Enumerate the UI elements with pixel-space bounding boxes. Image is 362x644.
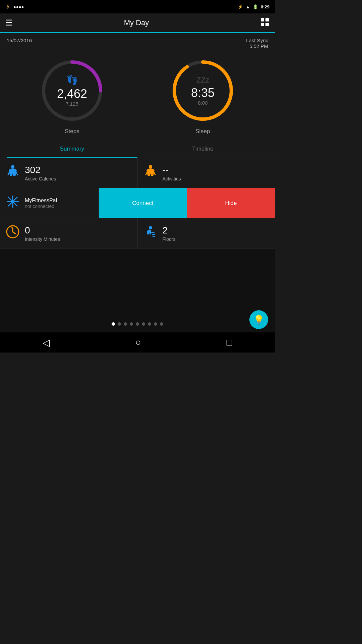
- myfitnesspal-row: MyFitnessPal not connected Connect Hide: [0, 188, 275, 218]
- steps-goal: 7,125: [66, 101, 78, 107]
- floors-label: Floors: [163, 236, 176, 242]
- myfitnesspal-cell: MyFitnessPal not connected: [0, 188, 99, 218]
- sleep-label: Sleep: [195, 128, 210, 135]
- tabs-row: Summary Timeline: [0, 141, 275, 158]
- svg-rect-1: [265, 18, 269, 21]
- page-title: My Day: [124, 18, 149, 27]
- steps-value: 2,462: [57, 87, 87, 101]
- floors-info: 2 Floors: [163, 225, 176, 242]
- active-calories-cell: 302 Active Calories: [0, 158, 138, 188]
- intensity-icon: [5, 224, 20, 242]
- myfitnesspal-icon: [5, 194, 20, 212]
- svg-rect-22: [153, 236, 155, 237]
- svg-line-16: [13, 232, 15, 234]
- date: 15/07/2016: [7, 38, 32, 49]
- activities-value: --: [163, 165, 181, 175]
- back-button[interactable]: ◁: [43, 337, 50, 348]
- connect-button[interactable]: Connect: [99, 188, 187, 218]
- data-section: 302 Active Calories -- Activities: [0, 158, 275, 249]
- sync-label: Last Sync: [246, 38, 268, 43]
- bottom-spacer: [0, 249, 275, 316]
- fab-button[interactable]: 💡: [249, 310, 268, 329]
- page-dot-8[interactable]: [160, 322, 163, 326]
- grid-icon: [260, 17, 269, 27]
- wifi-icon: ▲: [246, 4, 250, 9]
- steps-circle-container: 👣 2,462 7,125 Steps: [39, 57, 106, 135]
- page-dot-5[interactable]: [142, 322, 145, 326]
- nav-bar: ◁ ○ □: [0, 332, 275, 353]
- activities-cell: -- Activities: [138, 158, 275, 188]
- status-right: ⚡ ▲ 🔋 6:29: [238, 4, 269, 9]
- intensity-label: Intensity Minutes: [25, 236, 60, 242]
- home-button[interactable]: ○: [135, 337, 141, 348]
- sleep-circle-container: ZZz 8:35 8:00 Sleep: [169, 57, 236, 135]
- activities-label: Activities: [163, 176, 181, 181]
- circles-section: 👣 2,462 7,125 Steps ZZz 8:35 8:00 Sleep: [0, 50, 275, 138]
- date-sync-row: 15/07/2016 Last Sync 5:52 PM: [0, 33, 275, 50]
- svg-rect-0: [261, 18, 264, 21]
- sleep-value: 8:35: [191, 86, 215, 100]
- menu-button[interactable]: ☰: [5, 18, 13, 28]
- lightbulb-icon: 💡: [253, 315, 264, 325]
- svg-point-9: [149, 165, 152, 168]
- hamburger-icon: ☰: [5, 18, 13, 27]
- floors-cell: 2 Floors: [138, 218, 275, 248]
- sleep-goal: 8:00: [198, 100, 207, 106]
- floors-value: 2: [163, 225, 176, 236]
- calories-activities-row: 302 Active Calories -- Activities: [0, 158, 275, 188]
- steps-inner: 👣 2,462 7,125: [39, 57, 106, 124]
- page-dot-2[interactable]: [124, 322, 127, 326]
- sync-info: Last Sync 5:52 PM: [246, 38, 268, 49]
- page-dot-0[interactable]: [112, 322, 115, 326]
- myfitnesspal-name: MyFitnessPal: [25, 198, 57, 204]
- svg-point-19: [149, 226, 152, 229]
- svg-rect-20: [151, 232, 155, 233]
- recent-button[interactable]: □: [227, 337, 232, 348]
- intensity-value: 0: [25, 225, 60, 236]
- intensity-floors-row: 0 Intensity Minutes 2 Floors: [0, 218, 275, 249]
- sleep-icon: ZZz: [196, 76, 209, 85]
- bluetooth-icon: ⚡: [238, 4, 243, 9]
- status-left: 🏃 ●●●●: [5, 4, 24, 9]
- hide-button[interactable]: Hide: [187, 188, 275, 218]
- page-dot-3[interactable]: [130, 322, 133, 326]
- sleep-circle: ZZz 8:35 8:00: [169, 57, 236, 124]
- time: 6:29: [261, 4, 269, 9]
- floors-icon: [143, 224, 158, 242]
- active-calories-value: 302: [25, 165, 56, 175]
- active-calories-info: 302 Active Calories: [25, 165, 56, 181]
- svg-point-8: [11, 165, 14, 168]
- activities-icon: [143, 164, 158, 182]
- run-icon: 🏃: [5, 4, 11, 9]
- intensity-cell: 0 Intensity Minutes: [0, 218, 138, 248]
- tab-summary[interactable]: Summary: [7, 141, 137, 158]
- status-bar: 🏃 ●●●● ⚡ ▲ 🔋 6:29: [0, 0, 275, 13]
- sleep-inner: ZZz 8:35 8:00: [169, 57, 236, 124]
- page-dot-4[interactable]: [136, 322, 139, 326]
- steps-circle: 👣 2,462 7,125: [39, 57, 106, 124]
- grid-button[interactable]: [260, 17, 269, 28]
- sync-time: 5:52 PM: [246, 43, 268, 49]
- tab-timeline[interactable]: Timeline: [137, 141, 268, 158]
- page-dot-6[interactable]: [148, 322, 151, 326]
- svg-rect-2: [261, 23, 264, 26]
- steps-label: Steps: [65, 128, 79, 135]
- activities-info: -- Activities: [163, 165, 181, 181]
- page-dot-7[interactable]: [154, 322, 157, 326]
- active-calories-label: Active Calories: [25, 176, 56, 181]
- myfitnesspal-status: not connected: [25, 204, 57, 209]
- top-bar: ☰ My Day: [0, 13, 275, 33]
- svg-rect-3: [265, 23, 269, 26]
- page-dot-1[interactable]: [118, 322, 121, 326]
- svg-rect-21: [152, 234, 155, 235]
- myfitnesspal-text: MyFitnessPal not connected: [25, 198, 57, 209]
- battery-icon: 🔋: [253, 4, 258, 9]
- active-calories-icon: [5, 164, 20, 182]
- intensity-info: 0 Intensity Minutes: [25, 225, 60, 242]
- steps-icon: 👣: [66, 74, 78, 86]
- page-dots-row: 💡: [0, 316, 275, 332]
- signal-icons: ●●●●: [13, 4, 24, 9]
